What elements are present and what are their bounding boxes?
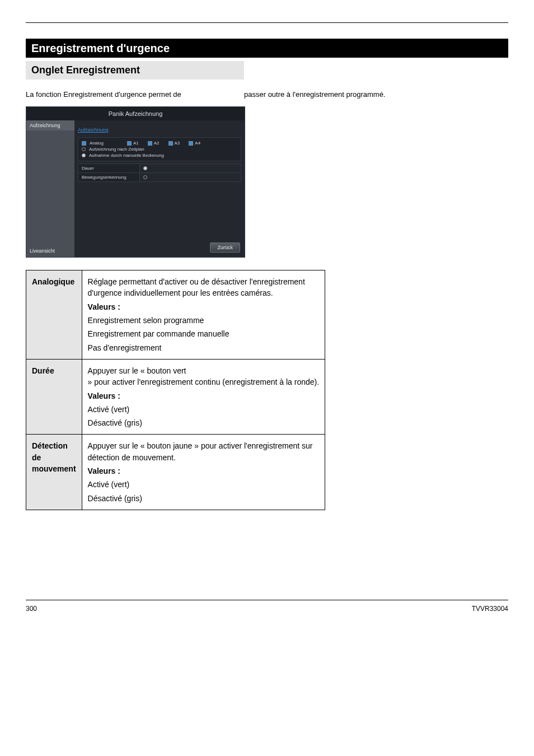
opt-title: Détection de mouvement <box>32 440 76 474</box>
opt-value-1: Enregistrement selon programme <box>88 315 320 326</box>
checkbox-icon[interactable] <box>189 141 193 146</box>
window-body: Aufzeichnung Liveansicht Aufzeichnung An… <box>26 120 245 257</box>
intro-row: La fonction Enregistrement d'urgence per… <box>26 90 508 100</box>
radio-icon[interactable] <box>143 175 147 179</box>
window-title: Panik Aufzeichnung <box>26 107 245 120</box>
channel-a2[interactable]: A2 <box>148 141 160 146</box>
row-duration-value[interactable] <box>140 164 241 172</box>
intro-lead: La fonction Enregistrement d'urgence per… <box>26 90 244 100</box>
cell-analog-title: Analogique <box>26 270 82 360</box>
section-title-bar: Enregistrement d'urgence <box>26 39 508 58</box>
back-button[interactable]: Zurück <box>210 242 240 253</box>
sidebar-item-liveview[interactable]: Liveansicht <box>26 245 74 257</box>
row-duration: Dauer <box>78 164 241 172</box>
opt-value-1: Activé (vert) <box>88 404 320 415</box>
tab-recording[interactable]: Aufzeichnung <box>78 126 109 135</box>
opt-desc: Appuyer sur le « bouton jaune » pour act… <box>88 440 320 463</box>
radio-icon[interactable] <box>82 153 86 157</box>
sidebar: Aufzeichnung Liveansicht <box>26 120 74 257</box>
opt-value-2: Désactivé (gris) <box>88 493 320 504</box>
channel-a4[interactable]: A4 <box>189 141 200 146</box>
table-row: Analogique Réglage permettant d'activer … <box>26 270 325 360</box>
cell-analog-desc: Réglage permettant d'activer ou de désac… <box>82 270 325 360</box>
subtitle-heading: Onglet Enregistrement <box>31 64 238 76</box>
footer: 300 TVVR33004 <box>26 605 508 613</box>
sidebar-item-recording[interactable]: Aufzeichnung <box>26 120 74 130</box>
subtitle-block: Onglet Enregistrement <box>26 61 244 80</box>
cell-duration-desc: Appuyer sur le « bouton vert » pour acti… <box>82 359 325 434</box>
opt-desc: Appuyer sur le « bouton vert » pour acti… <box>88 365 320 388</box>
opt-desc: Réglage permettant d'activer ou de désac… <box>88 276 320 299</box>
row-analog-label: Analog <box>90 141 104 146</box>
embedded-screenshot: Panik Aufzeichnung Aufzeichnung Liveansi… <box>26 106 245 258</box>
table-row: Durée Appuyer sur le « bouton vert » pou… <box>26 359 325 434</box>
row-motion-value[interactable] <box>140 173 241 181</box>
options-table: Analogique Réglage permettant d'activer … <box>26 270 325 510</box>
opt-value-2: Enregistrement par commande manuelle <box>88 328 320 339</box>
opt-value-1-rest: programme <box>164 316 204 325</box>
values-header: Valeurs : <box>88 390 320 402</box>
opt-value-2: Désactivé (gris) <box>88 417 320 428</box>
checkbox-icon[interactable] <box>82 141 86 146</box>
table-row: Détection de mouvement Appuyer sur le « … <box>26 435 325 510</box>
row-duration-label: Dauer <box>78 164 140 172</box>
opt-value-2-rest: commande manuelle <box>157 329 229 338</box>
channel-panel: Analog A1 A2 A3 A4 Aufzeichnung nach Zei… <box>78 137 241 161</box>
opt-value-3: Pas d'enregistrement <box>88 342 320 353</box>
radio-icon[interactable] <box>143 166 147 170</box>
channel-a1[interactable]: A1 <box>127 141 139 146</box>
checkbox-icon[interactable] <box>148 141 152 146</box>
channel-a3[interactable]: A3 <box>168 141 180 146</box>
page-number: 300 <box>26 605 37 613</box>
opt-value-1: Activé (vert) <box>88 479 320 490</box>
page: Enregistrement d'urgence Onglet Enregist… <box>0 0 534 629</box>
cell-motion-desc: Appuyer sur le « bouton jaune » pour act… <box>82 435 325 510</box>
row-motion-label: Bewegungserkennung <box>78 173 140 181</box>
row-manual[interactable]: Aufnahme durch manuelle Bedienung <box>82 152 237 158</box>
row-schedule[interactable]: Aufzeichnung nach Zeitplan <box>82 146 237 152</box>
opt-title: Durée <box>32 365 76 376</box>
product-name: TVVR33004 <box>472 605 508 613</box>
cell-motion-title: Détection de mouvement <box>26 435 82 510</box>
values-header: Valeurs : <box>88 465 320 477</box>
row-analog: Analog A1 A2 A3 A4 <box>82 140 237 146</box>
opt-title: Analogique <box>32 276 76 287</box>
intro-rest: passer outre à l'enregistrement programm… <box>244 90 508 100</box>
cell-duration-title: Durée <box>26 359 82 434</box>
bottom-rule <box>26 600 508 600</box>
content-pane: Aufzeichnung Analog A1 A2 A3 A4 <box>74 120 245 257</box>
mode-panel: Dauer Bewegungserkennung <box>78 164 241 182</box>
radio-icon[interactable] <box>82 147 86 151</box>
top-rule <box>26 22 508 23</box>
row-motion: Bewegungserkennung <box>78 172 241 181</box>
channel-columns: A1 A2 A3 A4 <box>127 141 200 146</box>
section-title: Enregistrement d'urgence <box>31 42 170 55</box>
values-header: Valeurs : <box>88 301 320 312</box>
checkbox-icon[interactable] <box>168 141 173 146</box>
checkbox-icon[interactable] <box>127 141 132 146</box>
